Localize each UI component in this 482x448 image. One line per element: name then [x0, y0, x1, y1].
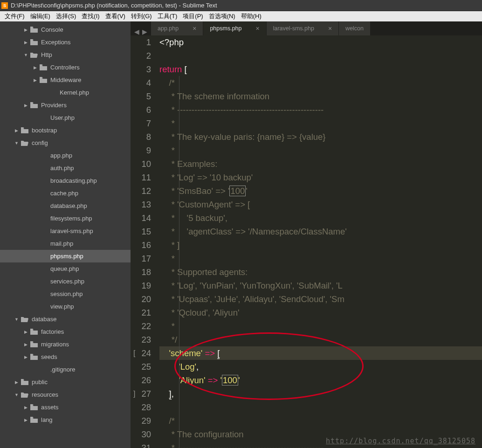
chevron-right-icon[interactable]: ▶: [23, 417, 28, 422]
code-line[interactable]: *: [159, 319, 482, 333]
line-number[interactable]: 21: [131, 306, 151, 319]
code-line[interactable]: * 'CustomAgent' => [: [159, 198, 482, 211]
code-line[interactable]: [159, 400, 482, 414]
sidebar-item[interactable]: ▶User.php: [0, 111, 131, 124]
code-line[interactable]: * --------------------------------------…: [159, 103, 482, 117]
line-number[interactable]: 5: [131, 90, 151, 103]
line-number[interactable]: 11: [131, 171, 151, 184]
sidebar-item[interactable]: ▶auth.php: [0, 162, 131, 174]
code-line[interactable]: * 'Qcloud', 'Aliyun': [159, 306, 482, 319]
line-number[interactable]: 16: [131, 238, 151, 252]
line-number[interactable]: 28: [131, 400, 151, 414]
sidebar-item[interactable]: ▶lang: [0, 414, 131, 426]
chevron-down-icon[interactable]: ▼: [14, 140, 19, 145]
sidebar-item[interactable]: ▼config: [0, 137, 131, 149]
menu-find[interactable]: 查找(I): [79, 12, 102, 21]
sidebar-item[interactable]: ▶Console: [0, 23, 131, 36]
line-number[interactable]: 22: [131, 319, 151, 333]
code-line[interactable]: * The scheme information: [159, 90, 482, 103]
sidebar-item[interactable]: ▶Providers: [0, 99, 131, 111]
sidebar-item[interactable]: ▶database.php: [0, 200, 131, 212]
code-line[interactable]: * Supported agents:: [159, 265, 482, 279]
code-line[interactable]: * The key-value paris: {name} => {value}: [159, 130, 482, 144]
editor-tab[interactable]: welcon: [339, 21, 370, 35]
menu-prefs[interactable]: 首选项(N): [206, 12, 238, 21]
chevron-down-icon[interactable]: ▼: [14, 317, 19, 322]
sidebar-item[interactable]: ▶Kernel.php: [0, 86, 131, 99]
sidebar-item[interactable]: ▶Exceptions: [0, 36, 131, 48]
code-line[interactable]: return [: [159, 62, 482, 76]
code-line[interactable]: */: [159, 333, 482, 346]
line-number[interactable]: 29: [131, 414, 151, 427]
line-number[interactable]: 19: [131, 279, 151, 292]
nav-buttons[interactable]: ◀▶: [131, 28, 151, 35]
sidebar-item[interactable]: ▶queue.php: [0, 262, 131, 275]
chevron-right-icon[interactable]: ▶: [23, 329, 28, 334]
line-number[interactable]: 7: [131, 117, 151, 130]
line-number[interactable]: 24: [131, 346, 151, 360]
sidebar-item[interactable]: ▶laravel-sms.php: [0, 225, 131, 237]
line-number[interactable]: 27: [131, 387, 151, 400]
code-line[interactable]: *: [159, 117, 482, 130]
code-line[interactable]: 'Log',: [159, 360, 482, 373]
chevron-right-icon[interactable]: ▶: [23, 342, 28, 347]
line-number[interactable]: 6: [131, 103, 151, 117]
editor-tab[interactable]: phpsms.php×: [203, 21, 266, 35]
line-number[interactable]: 8: [131, 130, 151, 144]
menu-edit[interactable]: 编辑(E): [28, 12, 53, 21]
chevron-right-icon[interactable]: ▶: [23, 40, 28, 45]
line-number[interactable]: 1: [131, 35, 151, 49]
line-number[interactable]: 14: [131, 211, 151, 225]
menu-file[interactable]: 文件(F): [2, 12, 28, 21]
line-number[interactable]: 10: [131, 157, 151, 171]
sidebar-item[interactable]: ▼resources: [0, 388, 131, 401]
line-number[interactable]: 23: [131, 333, 151, 346]
line-number[interactable]: 15: [131, 225, 151, 238]
sidebar-item[interactable]: ▶services.php: [0, 275, 131, 288]
code-line[interactable]: /*: [159, 76, 482, 90]
code-line[interactable]: * 'Log' => '10 backup': [159, 171, 482, 184]
close-icon[interactable]: ×: [328, 25, 332, 32]
editor-tab[interactable]: app.php×: [151, 21, 203, 35]
chevron-right-icon[interactable]: ▶: [14, 128, 19, 133]
code-line[interactable]: ],: [159, 387, 482, 400]
code-line[interactable]: /*: [159, 414, 482, 427]
sidebar-item[interactable]: ▶broadcasting.php: [0, 174, 131, 187]
code-line[interactable]: [159, 49, 482, 62]
code-line[interactable]: * 'SmsBao' => '100': [159, 184, 482, 198]
line-number[interactable]: 26: [131, 373, 151, 387]
line-number[interactable]: 30: [131, 427, 151, 441]
editor-tab[interactable]: laravel-sms.php×: [267, 21, 338, 35]
chevron-down-icon[interactable]: ▼: [23, 52, 28, 57]
code-line[interactable]: * 'Log', 'YunPian', 'YunTongXun', 'SubMa…: [159, 279, 482, 292]
line-number[interactable]: 12: [131, 184, 151, 198]
sidebar-item[interactable]: ▶.gitignore: [0, 363, 131, 376]
code-line[interactable]: * Examples:: [159, 157, 482, 171]
chevron-right-icon[interactable]: ▶: [23, 354, 28, 359]
chevron-right-icon[interactable]: ▶: [14, 379, 19, 385]
code-line[interactable]: *: [159, 252, 482, 265]
sidebar-item[interactable]: ▶seeds: [0, 351, 131, 363]
nav-fwd-icon[interactable]: ▶: [142, 28, 147, 35]
menu-goto[interactable]: 转到(G): [128, 12, 155, 21]
code-area[interactable]: 1234567891011121314151617181920212223242…: [131, 35, 482, 448]
code-line[interactable]: * ]: [159, 238, 482, 252]
code-line[interactable]: <?php: [159, 35, 482, 49]
sidebar-item[interactable]: ▶phpsms.php: [0, 250, 131, 262]
menu-view[interactable]: 查看(V): [103, 12, 128, 21]
sidebar-item[interactable]: ▶view.php: [0, 300, 131, 313]
line-number[interactable]: 2: [131, 49, 151, 62]
code-line[interactable]: * '5 backup',: [159, 211, 482, 225]
close-icon[interactable]: ×: [255, 25, 259, 32]
chevron-right-icon[interactable]: ▶: [33, 65, 38, 70]
sidebar-item[interactable]: ▶filesystems.php: [0, 212, 131, 225]
sidebar[interactable]: ▶Console▶Exceptions▼Http▶Controllers▶Mid…: [0, 21, 131, 448]
sidebar-item[interactable]: ▶bootstrap: [0, 124, 131, 137]
code-line[interactable]: * 'Ucpaas', 'JuHe', 'Alidayu', 'SendClou…: [159, 292, 482, 306]
sidebar-item[interactable]: ▶Middleware: [0, 74, 131, 86]
sidebar-item[interactable]: ▶app.php: [0, 149, 131, 162]
sidebar-item[interactable]: ▶mail.php: [0, 237, 131, 250]
sidebar-item[interactable]: ▶Controllers: [0, 61, 131, 74]
sidebar-item[interactable]: ▶session.php: [0, 288, 131, 300]
chevron-down-icon[interactable]: ▼: [14, 392, 19, 397]
